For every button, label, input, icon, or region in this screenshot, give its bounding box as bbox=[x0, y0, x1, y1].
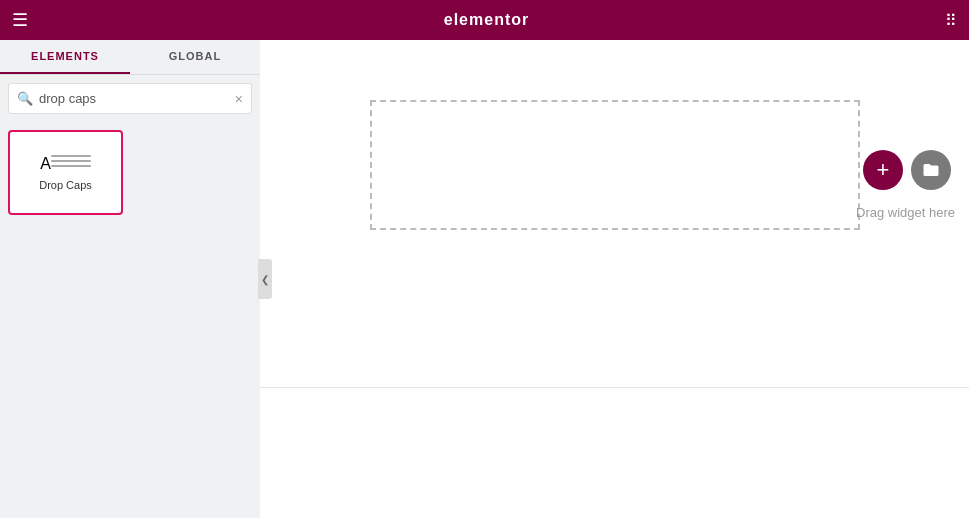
sidebar-collapse-handle[interactable]: ❮ bbox=[258, 259, 272, 299]
grid-icon[interactable] bbox=[945, 10, 957, 31]
drop-caps-letter: A bbox=[40, 155, 51, 173]
line-1 bbox=[51, 155, 91, 157]
canvas-divider bbox=[260, 387, 969, 388]
sidebar: ELEMENTS GLOBAL 🔍 × A bbox=[0, 40, 260, 518]
canvas-area: + Drag widget here bbox=[260, 40, 969, 518]
add-widget-button[interactable]: + bbox=[863, 150, 903, 190]
drop-caps-lines bbox=[51, 155, 91, 167]
drop-zone bbox=[370, 100, 860, 230]
folder-icon bbox=[922, 161, 940, 179]
search-icon: 🔍 bbox=[17, 91, 33, 106]
drag-widget-label: Drag widget here bbox=[856, 205, 955, 220]
line-3 bbox=[51, 165, 91, 167]
main-layout: ELEMENTS GLOBAL 🔍 × A bbox=[0, 40, 969, 518]
topbar: ☰ elementor bbox=[0, 0, 969, 40]
tab-elements[interactable]: ELEMENTS bbox=[0, 40, 130, 74]
widget-drop-caps[interactable]: A Drop Caps bbox=[8, 130, 123, 215]
search-input[interactable] bbox=[39, 84, 235, 113]
line-2 bbox=[51, 160, 91, 162]
hamburger-icon[interactable]: ☰ bbox=[12, 9, 28, 31]
drop-caps-icon: A bbox=[40, 155, 91, 173]
search-clear-button[interactable]: × bbox=[235, 91, 243, 107]
folder-button[interactable] bbox=[911, 150, 951, 190]
sidebar-tabs: ELEMENTS GLOBAL bbox=[0, 40, 260, 75]
app-title: elementor bbox=[444, 11, 529, 29]
widget-drop-caps-label: Drop Caps bbox=[39, 179, 92, 191]
widget-grid: A Drop Caps bbox=[0, 122, 260, 223]
float-buttons: + bbox=[863, 150, 951, 190]
tab-global[interactable]: GLOBAL bbox=[130, 40, 260, 74]
search-bar: 🔍 × bbox=[8, 83, 252, 114]
chevron-left-icon: ❮ bbox=[261, 274, 269, 285]
